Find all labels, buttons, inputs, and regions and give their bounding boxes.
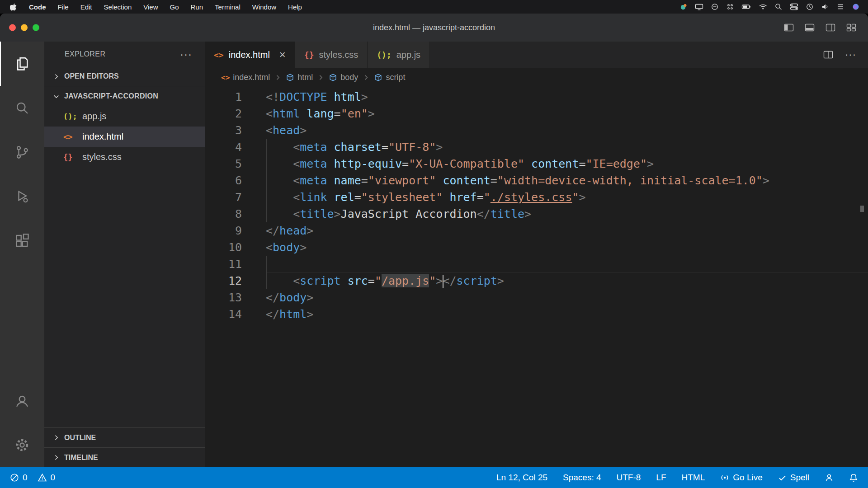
window-title: index.html — javascript-accordion: [373, 23, 495, 33]
editor-more-actions-icon[interactable]: ···: [845, 49, 856, 61]
volume-icon[interactable]: [821, 3, 829, 11]
line-number[interactable]: 3: [205, 122, 242, 139]
html-file-icon: <>: [221, 73, 230, 82]
menu-item-run[interactable]: Run: [191, 3, 203, 11]
error-count: 0: [23, 473, 28, 483]
file-item-index.html[interactable]: <>index.html: [44, 127, 205, 147]
code-content[interactable]: <!DOCTYPE html><html lang="en"><head> <m…: [266, 87, 868, 467]
eol-setting[interactable]: LF: [656, 473, 666, 483]
do-not-disturb-icon[interactable]: [711, 3, 719, 11]
close-window-button[interactable]: [9, 24, 16, 31]
explorer-more-actions-icon[interactable]: ···: [180, 52, 192, 56]
spell-checker-status[interactable]: Spell: [778, 473, 809, 483]
breadcrumb-item-script[interactable]: script: [374, 73, 405, 82]
clock-icon[interactable]: [806, 3, 814, 11]
code-line: </head>: [266, 222, 868, 239]
code-editor[interactable]: 1234567891011121314 <!DOCTYPE html><html…: [205, 87, 868, 467]
open-editors-section[interactable]: OPEN EDITORS: [44, 67, 205, 86]
app-status-icon[interactable]: [679, 3, 688, 11]
extensions-icon[interactable]: [0, 219, 44, 263]
menu-item-edit[interactable]: Edit: [80, 3, 92, 11]
stage-manager-icon[interactable]: [836, 3, 844, 11]
menu-item-selection[interactable]: Selection: [104, 3, 132, 11]
timeline-section[interactable]: TIMELINE: [44, 447, 205, 467]
menu-item-go[interactable]: Go: [170, 3, 179, 11]
line-number[interactable]: 4: [205, 139, 242, 155]
problems-indicator[interactable]: 0 0: [10, 473, 55, 483]
apple-menu-icon[interactable]: [10, 3, 17, 11]
battery-icon[interactable]: [741, 3, 751, 11]
file-encoding[interactable]: UTF-8: [617, 473, 641, 483]
code-line: <head>: [266, 122, 868, 139]
explorer-icon[interactable]: [0, 42, 44, 86]
indentation-setting[interactable]: Spaces: 4: [563, 473, 601, 483]
timeline-label: TIMELINE: [64, 454, 98, 462]
file-name-label: app.js: [82, 111, 106, 122]
cursor-position[interactable]: Ln 12, Col 25: [496, 473, 547, 483]
line-number[interactable]: 12: [205, 272, 242, 289]
spotlight-search-icon[interactable]: [774, 3, 783, 11]
line-number[interactable]: 13: [205, 289, 242, 306]
wifi-icon[interactable]: [759, 3, 767, 11]
line-number[interactable]: 1: [205, 89, 242, 105]
line-number[interactable]: 2: [205, 105, 242, 122]
line-number[interactable]: 10: [205, 239, 242, 256]
breadcrumb-item-body[interactable]: body: [329, 73, 358, 82]
screen-mirroring-icon[interactable]: [695, 3, 703, 11]
account-icon[interactable]: [0, 379, 44, 423]
file-item-styles.css[interactable]: {}styles.css: [44, 147, 205, 167]
line-number[interactable]: 14: [205, 306, 242, 323]
code-line: </body>: [266, 289, 868, 306]
line-number[interactable]: 6: [205, 172, 242, 189]
line-number[interactable]: 9: [205, 222, 242, 239]
settings-gear-icon[interactable]: [0, 423, 44, 467]
language-mode[interactable]: HTML: [682, 473, 705, 483]
menu-item-window[interactable]: Window: [252, 3, 276, 11]
errors-icon: [10, 473, 19, 482]
window-titlebar[interactable]: index.html — javascript-accordion: [0, 14, 868, 42]
folder-section[interactable]: JAVASCRIPT-ACCORDION: [44, 86, 205, 106]
code-line: <meta name="viewport" content="width=dev…: [266, 172, 868, 189]
menu-item-code[interactable]: Code: [29, 3, 46, 11]
breadcrumb-item-index.html[interactable]: <>index.html: [221, 73, 270, 82]
control-center-icon[interactable]: [790, 3, 798, 11]
notifications-bell-icon[interactable]: [849, 473, 858, 482]
tab-index.html[interactable]: <>index.html×: [205, 42, 295, 68]
breadcrumb-item-html[interactable]: html: [286, 73, 313, 82]
menu-item-help[interactable]: Help: [288, 3, 302, 11]
search-icon[interactable]: [0, 86, 44, 130]
siri-icon[interactable]: [852, 3, 860, 11]
line-number[interactable]: 8: [205, 206, 242, 222]
close-tab-icon[interactable]: ×: [279, 49, 286, 60]
toggle-panel-icon[interactable]: [805, 23, 815, 32]
tab-styles.css[interactable]: {}styles.css: [295, 42, 368, 68]
toggle-primary-sidebar-icon[interactable]: [784, 23, 794, 32]
toggle-secondary-sidebar-icon[interactable]: [826, 23, 835, 32]
line-number-gutter: 1234567891011121314: [205, 87, 266, 467]
broadcast-icon: [720, 473, 729, 482]
run-debug-icon[interactable]: [0, 174, 44, 219]
source-control-icon[interactable]: [0, 130, 44, 174]
tab-app.js[interactable]: ();app.js: [368, 42, 430, 68]
line-number[interactable]: 11: [205, 256, 242, 272]
zoom-window-button[interactable]: [33, 24, 39, 31]
folder-name-label: JAVASCRIPT-ACCORDION: [64, 92, 158, 100]
menu-item-file[interactable]: File: [58, 3, 69, 11]
tab-label: app.js: [396, 50, 420, 60]
breadcrumb: <>index.htmlhtmlbodyscript: [205, 68, 868, 87]
line-number[interactable]: 7: [205, 189, 242, 206]
menu-item-terminal[interactable]: Terminal: [215, 3, 241, 11]
file-name-label: styles.css: [82, 152, 122, 162]
feedback-icon[interactable]: [825, 473, 834, 482]
customize-layout-icon[interactable]: [846, 23, 856, 32]
launcher-icon[interactable]: [726, 3, 734, 11]
line-number[interactable]: 5: [205, 155, 242, 172]
split-editor-icon[interactable]: [823, 51, 833, 59]
chevron-right-icon: [362, 74, 370, 81]
outline-section[interactable]: OUTLINE: [44, 427, 205, 447]
breadcrumb-label: index.html: [233, 73, 270, 82]
go-live-button[interactable]: Go Live: [720, 473, 762, 483]
file-item-app.js[interactable]: ();app.js: [44, 106, 205, 127]
menu-item-view[interactable]: View: [143, 3, 158, 11]
minimize-window-button[interactable]: [21, 24, 28, 31]
